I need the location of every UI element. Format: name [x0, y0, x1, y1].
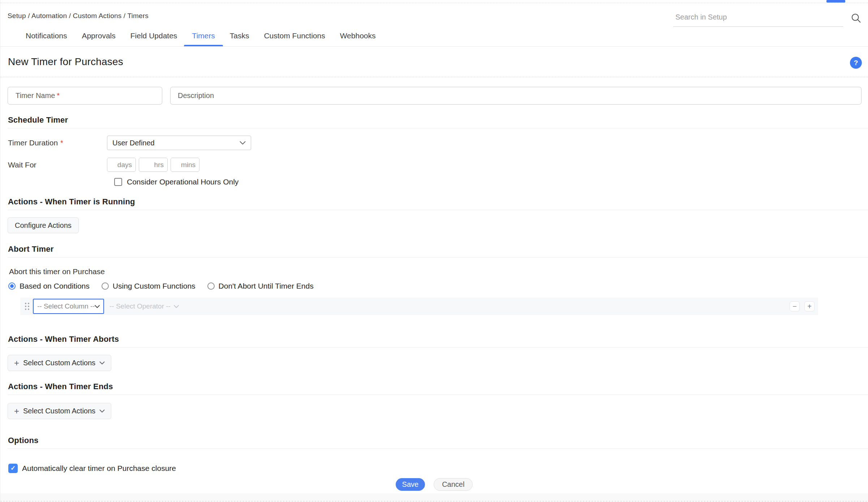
radio-dont-abort-until-timer-ends[interactable]: Don't Abort Until Timer Ends — [207, 282, 314, 290]
section-divider — [8, 448, 868, 449]
check-icon: ✓ — [10, 464, 16, 472]
abort-timer-heading: Abort Timer — [8, 244, 868, 254]
search-input[interactable] — [673, 11, 843, 27]
setup-search — [673, 11, 865, 27]
wait-minutes-input[interactable] — [171, 158, 199, 172]
tab-tasks[interactable]: Tasks — [230, 26, 249, 46]
wait-hours-input[interactable] — [139, 158, 168, 172]
help-icon[interactable]: ? — [850, 57, 862, 69]
chevron-down-icon — [174, 305, 179, 308]
actions-aborts-heading: Actions - When Timer Aborts — [8, 335, 868, 344]
select-custom-actions-abort-button[interactable]: + Select Custom Actions — [8, 355, 111, 371]
cancel-button[interactable]: Cancel — [434, 478, 473, 491]
wait-days-input[interactable] — [107, 158, 136, 172]
tab-field-updates[interactable]: Field Updates — [130, 26, 177, 46]
auto-clear-checkbox[interactable]: ✓ — [8, 464, 18, 473]
plus-icon: + — [14, 408, 19, 415]
remove-condition-button[interactable]: − — [790, 301, 800, 311]
tab-notifications[interactable]: Notifications — [26, 26, 67, 46]
select-operator-dropdown[interactable]: -- Select Operator -- — [109, 302, 179, 310]
tab-webhooks[interactable]: Webhooks — [340, 26, 376, 46]
actions-ends-heading: Actions - When Timer Ends — [8, 382, 868, 391]
chevron-down-icon — [99, 361, 105, 365]
drag-handle-icon[interactable] — [25, 303, 30, 310]
page-title: New Timer for Purchases — [8, 56, 123, 68]
options-heading: Options — [8, 436, 868, 445]
tab-timers[interactable]: Timers — [192, 26, 215, 46]
title-row: New Timer for Purchases ? — [0, 47, 868, 77]
wait-for-inputs — [107, 158, 199, 172]
select-column-dropdown[interactable]: -- Select Column -- — [33, 299, 104, 314]
operational-hours-checkbox[interactable] — [114, 178, 122, 186]
tab-approvals[interactable]: Approvals — [82, 26, 115, 46]
required-asterisk: * — [60, 139, 63, 147]
timer-name-field-wrap: Timer Name* — [8, 87, 162, 105]
tab-custom-functions[interactable]: Custom Functions — [264, 26, 325, 46]
chevron-down-icon — [99, 409, 105, 413]
wait-for-label: Wait For — [0, 161, 107, 169]
abort-subheading: Abort this timer on Purchase — [9, 267, 868, 276]
radio-based-on-conditions[interactable]: Based on Conditions — [8, 282, 90, 290]
section-divider — [8, 128, 868, 128]
radio-icon — [102, 282, 109, 290]
timer-duration-select[interactable]: User Defined — [107, 136, 251, 150]
timer-duration-label: Timer Duration* — [0, 139, 107, 147]
radio-using-custom-functions[interactable]: Using Custom Functions — [102, 282, 195, 290]
description-input[interactable] — [171, 87, 861, 104]
name-description-row: Timer Name* — [0, 77, 868, 105]
configure-actions-button[interactable]: Configure Actions — [8, 217, 79, 233]
condition-row: -- Select Column -- -- Select Operator -… — [20, 298, 818, 315]
abort-mode-radios: Based on Conditions Using Custom Functio… — [8, 282, 868, 290]
chevron-down-icon — [240, 141, 246, 145]
save-button[interactable]: Save — [396, 478, 425, 491]
actions-running-heading: Actions - When Timer is Running — [8, 197, 868, 207]
auto-clear-label: Automatically clear timer on Purchase cl… — [22, 464, 176, 473]
schedule-timer-heading: Schedule Timer — [8, 115, 868, 125]
timer-duration-row: Timer Duration* User Defined — [0, 136, 868, 150]
section-divider — [8, 257, 868, 258]
chevron-down-icon — [95, 305, 100, 308]
footer-actions: Save Cancel — [0, 478, 868, 491]
timer-duration-value: User Defined — [112, 139, 240, 147]
section-divider — [8, 395, 868, 395]
description-field-wrap — [170, 87, 861, 105]
add-condition-button[interactable]: + — [804, 301, 815, 311]
tab-bar: Notifications Approvals Field Updates Ti… — [0, 26, 868, 47]
plus-icon: + — [14, 360, 19, 367]
radio-selected-icon — [8, 282, 16, 290]
auto-clear-row: ✓ Automatically clear timer on Purchase … — [8, 463, 868, 473]
radio-icon — [207, 282, 215, 290]
setup-timer-page: Setup / Automation / Custom Actions / Ti… — [0, 0, 868, 502]
operational-hours-label: Consider Operational Hours Only — [127, 178, 239, 186]
select-custom-actions-end-button[interactable]: + Select Custom Actions — [8, 403, 111, 419]
operational-hours-row: Consider Operational Hours Only — [114, 178, 868, 186]
search-icon[interactable] — [850, 12, 862, 24]
header-bar: Setup / Automation / Custom Actions / Ti… — [0, 0, 868, 20]
timer-name-input[interactable] — [8, 87, 162, 104]
wait-for-row: Wait For — [0, 158, 868, 172]
bottom-strip — [0, 493, 868, 502]
